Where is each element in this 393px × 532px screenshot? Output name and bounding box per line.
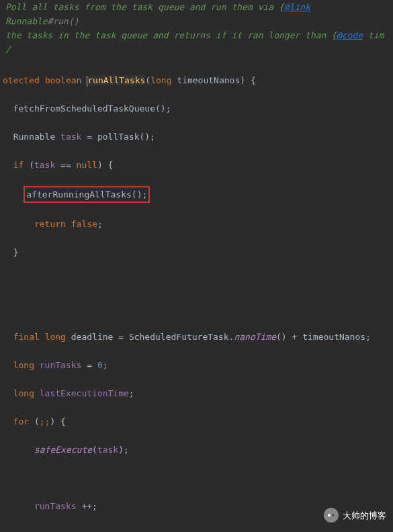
watermark: 大帅的博客 [324,508,386,523]
code-editor[interactable]: otected boolean runAllTasks(long timeout… [0,56,393,532]
doc-link: @link [284,2,310,12]
doc-text: Poll all tasks from the task queue and r… [5,2,284,12]
watermark-text: 大帅的博客 [343,508,386,523]
doc-link: @code [337,30,363,40]
wechat-icon [324,508,339,523]
call-fetch: fetchFromScheduledTaskQueue(); [13,103,171,114]
method-name: runAllTasks [87,75,145,85]
highlight-box-1: afterRunningAllTasks(); [24,186,150,203]
javadoc-block: Poll all tasks from the task queue and r… [0,0,393,56]
doc-text: the tasks in the task queue and returns … [5,30,337,40]
